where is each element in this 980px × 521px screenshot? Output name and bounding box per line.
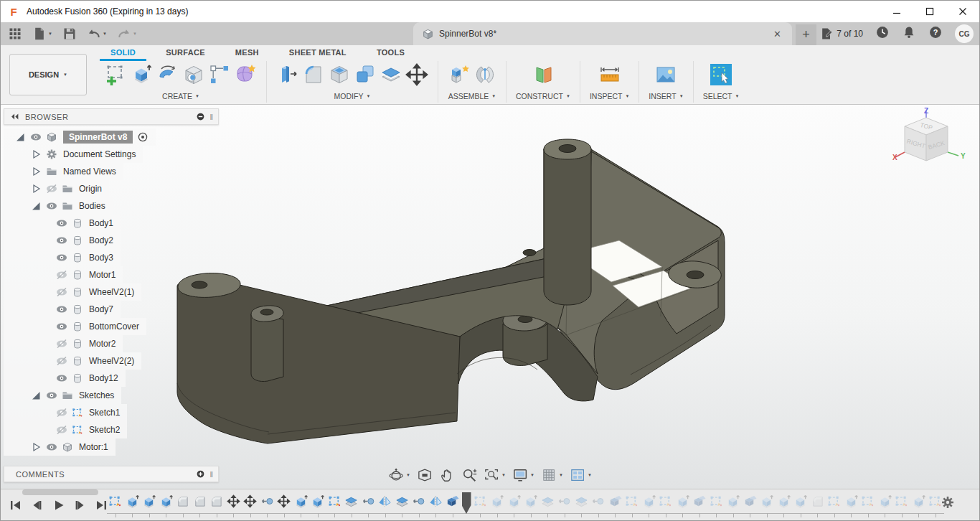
measure-button[interactable] — [598, 63, 621, 89]
fit-button[interactable]: ▼ — [484, 467, 506, 483]
minimize-button[interactable] — [880, 1, 913, 22]
timeline-feature-mirror[interactable] — [428, 492, 445, 518]
tree-item-sketches[interactable]: Sketches — [4, 387, 121, 404]
viewports-button[interactable]: ▼ — [570, 467, 592, 483]
timeline-feature-extrude[interactable] — [674, 492, 692, 518]
timeline-feature-extrude[interactable] — [776, 492, 793, 518]
tree-item-label[interactable]: Document Settings — [63, 149, 136, 159]
timeline-feature-fillet[interactable] — [809, 492, 826, 518]
ribbon-group-label[interactable]: INSPECT▼ — [590, 92, 629, 100]
display-settings-button[interactable]: ▼ — [512, 467, 534, 483]
undo-button[interactable]: ▼ — [85, 25, 108, 42]
visibility-toggle[interactable] — [55, 304, 68, 315]
redo-button[interactable]: ▼ — [116, 25, 138, 42]
ribbon-group-label[interactable]: CREATE▼ — [162, 92, 199, 100]
tree-item-named-views[interactable]: Named Views — [4, 163, 123, 180]
timeline-feature-extrude[interactable] — [506, 492, 523, 518]
timeline-feature-joint[interactable] — [590, 492, 607, 518]
look-at-button[interactable] — [417, 467, 433, 483]
timeline-feature-sketch[interactable] — [472, 492, 489, 518]
extrude-button[interactable] — [131, 63, 154, 89]
timeline-scrollbar[interactable] — [22, 489, 98, 495]
tree-item-label[interactable]: Named Views — [63, 166, 116, 177]
timeline-feature-sketch[interactable] — [657, 492, 674, 518]
ribbon-group-label[interactable]: INSERT▼ — [649, 92, 683, 100]
timeline-playhead[interactable] — [462, 492, 471, 514]
timeline-feature-extrude[interactable] — [758, 492, 776, 518]
shell-button[interactable] — [328, 63, 351, 89]
tree-item-body12[interactable]: Body12 — [4, 370, 126, 387]
expander-slot[interactable] — [29, 149, 42, 160]
tree-item-label[interactable]: Body7 — [89, 304, 113, 314]
pan-button[interactable] — [439, 467, 455, 483]
ribbon-group-label[interactable]: SELECT▼ — [703, 92, 740, 100]
visibility-toggle[interactable] — [55, 321, 68, 332]
move-button[interactable] — [405, 63, 428, 89]
panel-minus-icon[interactable] — [196, 112, 205, 121]
visibility-toggle[interactable] — [55, 424, 68, 436]
close-document-icon[interactable]: ✕ — [771, 29, 783, 39]
expander-slot[interactable] — [29, 166, 42, 177]
ribbon-group-label[interactable]: MODIFY▼ — [334, 92, 371, 100]
visibility-toggle[interactable] — [55, 252, 68, 263]
help-button[interactable] — [928, 25, 943, 42]
timeline-feature-joint[interactable] — [360, 492, 377, 518]
tree-item-document-settings[interactable]: Document Settings — [4, 146, 143, 163]
tree-item-label[interactable]: Sketch1 — [89, 408, 120, 418]
step-forward-button[interactable] — [71, 497, 88, 517]
tree-item-label[interactable]: SpinnerBot v8 — [63, 131, 133, 144]
timeline-feature-extrude[interactable] — [725, 492, 742, 518]
timeline-feature-joint[interactable] — [259, 492, 276, 518]
ribbon-tab-solid[interactable]: SOLID — [100, 45, 146, 61]
ribbon-tab-sheet-metal[interactable]: SHEET METAL — [278, 45, 357, 61]
activate-component-radio[interactable] — [137, 131, 149, 143]
visibility-toggle[interactable] — [45, 183, 58, 194]
timeline-feature-extrude[interactable] — [910, 492, 928, 518]
expander-slot[interactable] — [29, 441, 42, 453]
tree-item-wheelv2-1[interactable]: WheelV2(1) — [4, 283, 141, 301]
ribbon-tab-tools[interactable]: TOOLS — [366, 45, 415, 61]
timeline-feature-combine[interactable] — [742, 492, 759, 518]
timeline-feature-sketch[interactable] — [623, 492, 641, 518]
new-tab-button[interactable]: + — [796, 24, 816, 45]
orbit-button[interactable]: ▼ — [388, 467, 410, 483]
maximize-button[interactable] — [913, 1, 946, 22]
document-tab[interactable]: SpinnerBot v8* ✕ — [413, 22, 792, 45]
tree-item-label[interactable]: Bodies — [79, 201, 105, 211]
tree-item-motor1[interactable]: Motor1 — [4, 266, 123, 283]
timeline-feature-fillet[interactable] — [174, 492, 192, 518]
timeline-feature-sketch[interactable] — [107, 492, 124, 518]
visibility-toggle[interactable] — [55, 355, 68, 367]
timeline-feature-split[interactable] — [540, 492, 557, 518]
hole-button[interactable] — [182, 63, 205, 89]
visibility-toggle[interactable] — [55, 217, 68, 229]
tree-item-label[interactable]: Motor2 — [89, 339, 116, 349]
tree-item-label[interactable]: Body1 — [89, 218, 113, 228]
notifications-button[interactable] — [902, 25, 916, 42]
browser-header[interactable]: BROWSER ‖ — [4, 108, 219, 125]
tree-item-motor-1[interactable]: Motor:1 — [4, 438, 116, 456]
tree-item-label[interactable]: Body3 — [89, 253, 113, 263]
pattern-button[interactable] — [208, 63, 231, 89]
user-avatar[interactable]: CG — [955, 24, 974, 43]
fillet-button[interactable] — [302, 63, 325, 89]
ribbon-tab-mesh[interactable]: MESH — [225, 45, 270, 61]
timeline-feature-extrude[interactable] — [489, 492, 506, 518]
visibility-toggle[interactable] — [55, 235, 68, 246]
tree-item-label[interactable]: Body12 — [89, 373, 118, 383]
tree-item-sketch2[interactable]: Sketch2 — [4, 421, 127, 438]
expander-slot[interactable] — [29, 183, 42, 194]
expander-slot[interactable] — [29, 200, 42, 212]
ribbon-group-label[interactable]: CONSTRUCT▼ — [516, 92, 570, 100]
timeline-feature-joint[interactable] — [410, 492, 428, 518]
timeline-settings-button[interactable] — [941, 495, 955, 512]
tree-item-wheelv2-2[interactable]: WheelV2(2) — [4, 352, 141, 370]
timeline-feature-joint[interactable] — [556, 492, 573, 518]
view-cube[interactable]: TOP RIGHT BACK Z X Y — [889, 108, 969, 181]
3d-viewport[interactable]: TOP RIGHT BACK Z X Y BROWSER ‖ SpinnerBo… — [1, 105, 979, 489]
timeline-feature-extrude[interactable] — [641, 492, 658, 518]
visibility-toggle[interactable] — [55, 269, 68, 281]
timeline-feature-combine[interactable] — [607, 492, 624, 518]
tree-item-label[interactable]: WheelV2(1) — [89, 287, 134, 297]
panel-grip-handle[interactable]: ‖ — [209, 113, 212, 121]
